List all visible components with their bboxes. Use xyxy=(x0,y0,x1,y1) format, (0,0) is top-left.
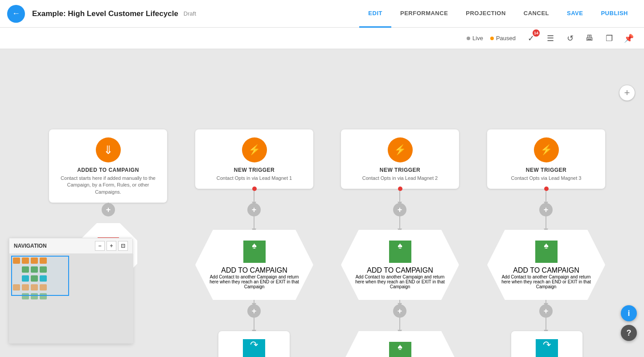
add-campaign3-title: ADD TO CAMPAIGN xyxy=(513,266,579,274)
nav-panel-title: NAVIGATION xyxy=(14,243,47,249)
save-button[interactable]: SAVE xyxy=(558,0,592,28)
page-title: Example: High Level Customer Lifecycle xyxy=(32,9,178,18)
add-campaign2-dot xyxy=(344,292,348,296)
minimap[interactable] xyxy=(9,254,133,343)
live-label: Live xyxy=(472,35,483,42)
trigger3-title: NEW TRIGGER xyxy=(526,167,567,173)
trigger2-title: NEW TRIGGER xyxy=(380,167,421,173)
messages-button[interactable]: ☰ xyxy=(542,30,558,46)
fit-button[interactable]: ⊡ xyxy=(118,241,128,251)
tasks-button[interactable]: ✓ 14 xyxy=(523,30,539,46)
added-campaign-icon: ⇓ xyxy=(96,137,121,162)
paused-dot xyxy=(490,37,494,40)
live-indicator: Live xyxy=(467,35,483,42)
added-to-campaign-node[interactable]: ⇓ ADDED TO CAMPAIGN Contact starts here … xyxy=(49,129,167,203)
paused-label: Paused xyxy=(496,35,516,42)
added-campaign-desc: Contact starts here if added manually to… xyxy=(56,175,160,195)
add-btn-col4-1[interactable]: + xyxy=(539,203,553,216)
nav-performance[interactable]: PERFORMANCE xyxy=(391,0,457,28)
trigger2-status-dot xyxy=(398,187,402,191)
add-campaign1-dot xyxy=(198,292,202,296)
add-btn-col3-2[interactable]: + xyxy=(393,304,406,318)
add-btn-col3-1[interactable]: + xyxy=(393,203,406,216)
help-button[interactable]: ? xyxy=(621,325,637,341)
minimap-viewport[interactable] xyxy=(11,256,69,296)
publish-button[interactable]: PUBLISH xyxy=(592,0,637,28)
added-campaign-title: ADDED TO CAMPAIGN xyxy=(77,167,139,173)
trigger1-desc: Contact Opts in via Lead Magnet 1 xyxy=(217,175,292,182)
nav-edit[interactable]: EDIT xyxy=(359,0,391,28)
add-btn-col2-2[interactable]: + xyxy=(247,304,261,318)
goto1-node[interactable]: ↷ GO TO xyxy=(218,331,290,357)
history-button[interactable]: ↺ xyxy=(562,30,578,46)
add-btn-col4-2[interactable]: + xyxy=(539,304,553,318)
trigger1-status-dot xyxy=(252,187,257,191)
add-campaign1-title: ADD TO CAMPAIGN xyxy=(221,266,287,274)
zoom-in-button[interactable]: + xyxy=(107,241,116,251)
add-campaign2-desc: Add Contact to another Campaign and retu… xyxy=(353,274,447,289)
print-button[interactable]: 🖶 xyxy=(582,30,598,46)
secondbar: Live Paused ✓ 14 ☰ ↺ 🖶 ❐ 📌 xyxy=(0,28,644,49)
add-campaign1-desc: Add Contact to another Campaign and retu… xyxy=(208,274,301,289)
top-nav: EDIT PERFORMANCE PROJECTION CANCEL SAVE … xyxy=(359,0,637,28)
trigger2-icon: ⚡ xyxy=(388,137,413,162)
nav-projection[interactable]: PROJECTION xyxy=(457,0,515,28)
trigger1-title: NEW TRIGGER xyxy=(234,167,275,173)
add-btn-col1-1[interactable]: + xyxy=(102,203,115,216)
trigger2-node[interactable]: ⚡ NEW TRIGGER Contact Opts in via Lead M… xyxy=(341,129,459,189)
canvas-add-button[interactable]: + xyxy=(619,85,635,101)
trigger1-node[interactable]: ⚡ NEW TRIGGER Contact Opts in via Lead M… xyxy=(195,129,313,189)
cancel-button[interactable]: CANCEL xyxy=(515,0,558,28)
workflow-canvas: ⇓ ADDED TO CAMPAIGN Contact starts here … xyxy=(0,49,644,357)
add-campaign2-node[interactable]: ♠ ADD TO CAMPAIGN Add Contact to another… xyxy=(341,230,459,300)
trigger3-status-dot xyxy=(544,187,549,191)
trigger1-icon: ⚡ xyxy=(242,137,267,162)
share-button[interactable]: ❐ xyxy=(601,30,617,46)
add-btn-col2-1[interactable]: + xyxy=(247,203,261,216)
nav-controls: − + ⊡ xyxy=(95,241,128,251)
nav-panel-header: NAVIGATION − + ⊡ xyxy=(9,238,132,254)
navigation-panel: NAVIGATION − + ⊡ xyxy=(9,238,133,344)
pin-button[interactable]: 📌 xyxy=(621,30,637,46)
topbar: ← Example: High Level Customer Lifecycle… xyxy=(0,0,644,28)
add-campaign3-dot xyxy=(490,292,494,296)
zoom-out-button[interactable]: − xyxy=(95,241,105,251)
back-button[interactable]: ← xyxy=(7,5,25,23)
add-campaign3-node[interactable]: ♠ ADD TO CAMPAIGN Add Contact to another… xyxy=(487,230,605,300)
paused-indicator: Paused xyxy=(490,35,516,42)
trigger3-node[interactable]: ⚡ NEW TRIGGER Contact Opts via Lead Magn… xyxy=(487,129,605,189)
info-button[interactable]: i xyxy=(621,305,637,321)
add-campaign2-title: ADD TO CAMPAIGN xyxy=(367,266,433,274)
add-campaign4-node[interactable]: ♠ ADD TO CAMPAIGN Add Contact to another… xyxy=(341,331,459,357)
trigger2-desc: Contact Opts in via Lead Magnet 2 xyxy=(362,175,438,182)
live-dot xyxy=(467,37,470,40)
tasks-badge: 14 xyxy=(533,29,540,37)
draft-status: Draft xyxy=(184,10,196,17)
add-campaign1-node[interactable]: ♠ ADD TO CAMPAIGN Add Contact to another… xyxy=(195,230,313,300)
goto2-node[interactable]: ↷ GO TO xyxy=(511,331,582,357)
add-campaign3-desc: Add Contact to another Campaign and retu… xyxy=(500,274,593,289)
trigger3-icon: ⚡ xyxy=(534,137,559,162)
trigger3-desc: Contact Opts via Lead Magnet 3 xyxy=(511,175,582,182)
